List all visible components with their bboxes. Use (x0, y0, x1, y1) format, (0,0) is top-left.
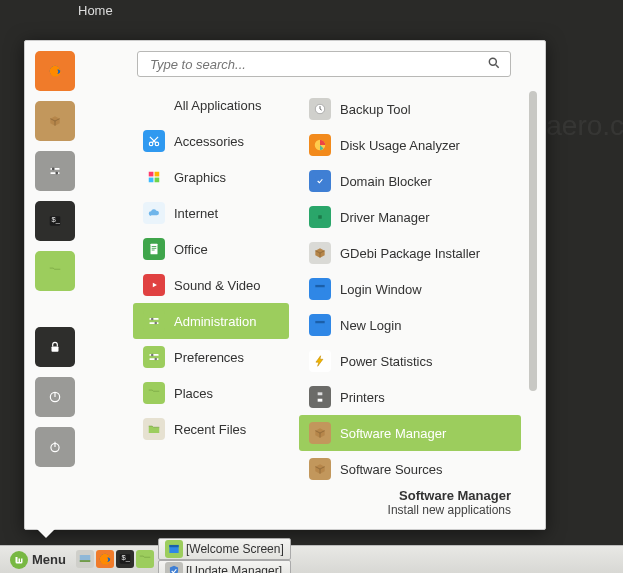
files-icon (48, 264, 62, 278)
svg-point-4 (55, 172, 58, 175)
app-label: Driver Manager (340, 210, 430, 225)
launcher-firefox[interactable] (96, 550, 114, 568)
svg-rect-41 (318, 399, 323, 402)
fav-software[interactable] (35, 101, 75, 141)
category-label: Accessories (174, 134, 244, 149)
launcher-terminal[interactable]: $_ (116, 550, 134, 568)
shutdown-icon (48, 440, 62, 454)
category-administration[interactable]: Administration (133, 303, 289, 339)
fav-shutdown[interactable] (35, 427, 75, 467)
chip-icon (309, 206, 331, 228)
logout-icon (48, 390, 62, 404)
fav-files[interactable] (35, 251, 75, 291)
category-label: Internet (174, 206, 218, 221)
fav-logout[interactable] (35, 377, 75, 417)
category-label: Office (174, 242, 208, 257)
svg-rect-20 (152, 248, 157, 249)
svg-rect-34 (318, 215, 322, 219)
software-icon (48, 114, 62, 128)
task-label: [Update Manager] (186, 564, 282, 574)
svg-line-11 (496, 65, 499, 68)
svg-text:$_: $_ (121, 553, 130, 562)
terminal-icon: $_ (48, 214, 62, 228)
app-gdebi-package-installer[interactable]: GDebi Package Installer (299, 235, 521, 271)
svg-rect-17 (155, 178, 160, 183)
svg-rect-40 (318, 392, 323, 395)
app-driver-manager[interactable]: Driver Manager (299, 199, 521, 235)
svg-rect-16 (149, 178, 154, 183)
svg-point-25 (151, 318, 154, 321)
app-label: Disk Usage Analyzer (340, 138, 460, 153)
play-icon (143, 274, 165, 296)
fav-lock[interactable] (35, 327, 75, 367)
task--welcome-screen-[interactable]: [Welcome Screen] (158, 538, 291, 560)
scrollbar-thumb[interactable] (529, 91, 537, 391)
folder-icon (143, 382, 165, 404)
fav-firefox[interactable] (35, 51, 75, 91)
printer-icon (309, 386, 331, 408)
window-icon (309, 278, 331, 300)
launcher-files[interactable] (136, 550, 154, 568)
svg-rect-27 (149, 354, 158, 356)
app-info-title: Software Manager (388, 488, 511, 503)
svg-rect-19 (152, 246, 157, 247)
app-backup-tool[interactable]: Backup Tool (299, 91, 521, 127)
app-label: Domain Blocker (340, 174, 432, 189)
box-icon (309, 242, 331, 264)
task-icon (165, 540, 183, 558)
svg-rect-36 (315, 285, 324, 287)
svg-point-3 (52, 168, 55, 171)
menu-button[interactable]: Menu (4, 548, 72, 572)
svg-rect-28 (149, 358, 158, 360)
svg-rect-15 (155, 172, 160, 177)
fav-settings[interactable] (35, 151, 75, 191)
app-login-window[interactable]: Login Window (299, 271, 521, 307)
svg-rect-18 (151, 244, 158, 255)
app-printers[interactable]: Printers (299, 379, 521, 415)
app-label: New Login (340, 318, 401, 333)
desktop-home-label[interactable]: Home (72, 0, 119, 21)
app-software-manager[interactable]: Software Manager (299, 415, 521, 451)
category-recent-files[interactable]: Recent Files (133, 411, 289, 447)
sliders-icon (143, 346, 165, 368)
search-input[interactable] (137, 51, 511, 77)
category-internet[interactable]: Internet (133, 195, 289, 231)
launcher-show-desktop[interactable] (76, 550, 94, 568)
bolt-icon (309, 350, 331, 372)
category-office[interactable]: Office (133, 231, 289, 267)
app-disk-usage-analyzer[interactable]: Disk Usage Analyzer (299, 127, 521, 163)
menu-button-label: Menu (32, 552, 66, 567)
folder-icon (143, 418, 165, 440)
app-label: Backup Tool (340, 102, 411, 117)
svg-rect-7 (52, 346, 59, 351)
app-power-statistics[interactable]: Power Statistics (299, 343, 521, 379)
app-label: GDebi Package Installer (340, 246, 480, 261)
app-label: Software Sources (340, 462, 443, 477)
box-icon (309, 458, 331, 480)
app-info: Software Manager Install new application… (388, 488, 511, 517)
category-sound-video[interactable]: Sound & Video (133, 267, 289, 303)
svg-text:$_: $_ (52, 215, 61, 224)
app-label: Power Statistics (340, 354, 432, 369)
category-all-applications[interactable]: All Applications (133, 87, 289, 123)
firefox-icon (48, 64, 62, 78)
category-accessories[interactable]: Accessories (133, 123, 289, 159)
task--update-manager-[interactable]: [Update Manager] (158, 560, 291, 574)
category-label: Preferences (174, 350, 244, 365)
category-graphics[interactable]: Graphics (133, 159, 289, 195)
favorites-column: $_ (31, 51, 79, 467)
app-software-sources[interactable]: Software Sources (299, 451, 521, 487)
svg-point-30 (154, 358, 157, 361)
mint-logo-icon (10, 551, 28, 569)
category-places[interactable]: Places (133, 375, 289, 411)
window-icon (309, 314, 331, 336)
app-scrollbar[interactable] (529, 91, 537, 489)
svg-rect-23 (149, 318, 158, 320)
scissors-icon (143, 130, 165, 152)
fav-terminal[interactable]: $_ (35, 201, 75, 241)
svg-rect-21 (152, 250, 155, 251)
svg-rect-14 (149, 172, 154, 177)
app-domain-blocker[interactable]: Domain Blocker (299, 163, 521, 199)
category-preferences[interactable]: Preferences (133, 339, 289, 375)
app-new-login[interactable]: New Login (299, 307, 521, 343)
